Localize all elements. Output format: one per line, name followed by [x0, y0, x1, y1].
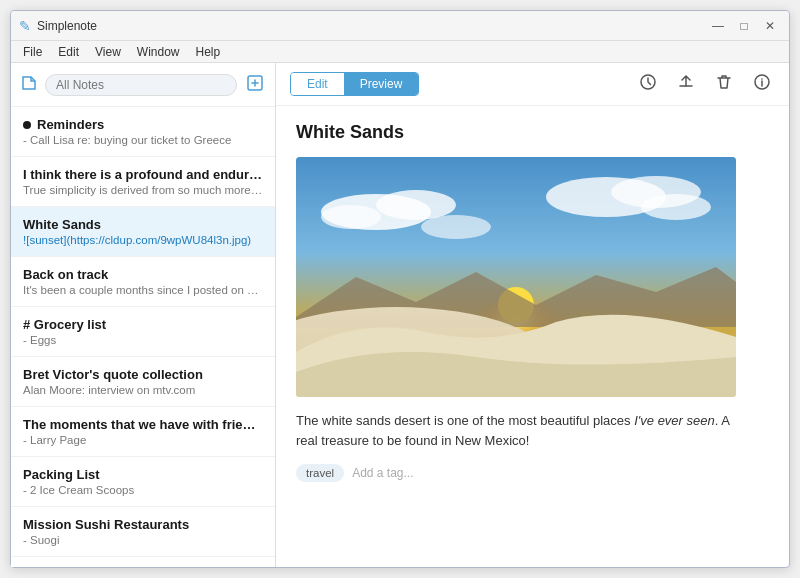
- note-item-mission-sushi[interactable]: Mission Sushi Restaurants- Suogi: [11, 507, 275, 557]
- note-preview-white-sands: ![sunset](https://cldup.com/9wpWU84l3n.j…: [23, 234, 263, 246]
- note-title-back-on-track: Back on track: [23, 267, 263, 282]
- note-preview-moments: - Larry Page: [23, 434, 263, 446]
- trash-button[interactable]: [711, 71, 737, 97]
- svg-point-9: [321, 205, 381, 229]
- content-body: White Sands: [276, 106, 789, 567]
- note-item-reminders[interactable]: Reminders- Call Lisa re: buying our tick…: [11, 107, 275, 157]
- menu-item-file[interactable]: File: [15, 43, 50, 61]
- app-window: ✎ Simplenote — □ ✕ FileEditViewWindowHel…: [10, 10, 790, 568]
- note-image: [296, 157, 736, 397]
- note-preview-mission-sushi: - Suogi: [23, 534, 263, 546]
- tags-area: travel Add a tag...: [296, 464, 769, 482]
- new-note-button[interactable]: [243, 71, 267, 98]
- edit-button[interactable]: Edit: [291, 73, 344, 95]
- menu-item-edit[interactable]: Edit: [50, 43, 87, 61]
- note-title-reminders: Reminders: [23, 117, 263, 132]
- add-tag-input[interactable]: Add a tag...: [352, 466, 413, 480]
- note-list: Reminders- Call Lisa re: buying our tick…: [11, 107, 275, 567]
- note-item-back-on-track[interactable]: Back on trackIt's been a couple months s…: [11, 257, 275, 307]
- svg-point-8: [376, 190, 456, 220]
- title-bar-left: ✎ Simplenote: [19, 18, 97, 34]
- menu-bar: FileEditViewWindowHelp: [11, 41, 789, 63]
- note-preview-profound: True simplicity is derived from so much …: [23, 184, 263, 196]
- note-title-white-sands: White Sands: [23, 217, 263, 232]
- close-button[interactable]: ✕: [759, 15, 781, 37]
- title-bar: ✎ Simplenote — □ ✕: [11, 11, 789, 41]
- share-button[interactable]: [673, 71, 699, 97]
- note-preview-back-on-track: It's been a couple months since I posted…: [23, 284, 263, 296]
- note-item-cherries[interactable]: Favorite cherries- Rainier: [11, 557, 275, 567]
- note-title-packing: Packing List: [23, 467, 263, 482]
- note-item-bret-victor[interactable]: Bret Victor's quote collectionAlan Moore…: [11, 357, 275, 407]
- content-toolbar: Edit Preview: [276, 63, 789, 106]
- note-title-grocery: # Grocery list: [23, 317, 263, 332]
- note-preview-packing: - 2 Ice Cream Scoops: [23, 484, 263, 496]
- note-bullet-icon: [23, 121, 31, 129]
- svg-point-12: [641, 194, 711, 220]
- menu-item-window[interactable]: Window: [129, 43, 188, 61]
- note-preview-bret-victor: Alan Moore: interview on mtv.com: [23, 384, 263, 396]
- note-item-grocery[interactable]: # Grocery list- Eggs: [11, 307, 275, 357]
- minimize-button[interactable]: —: [707, 15, 729, 37]
- search-box[interactable]: [45, 74, 237, 96]
- main-area: Reminders- Call Lisa re: buying our tick…: [11, 63, 789, 567]
- note-title-moments: The moments that we have with friends ..…: [23, 417, 263, 432]
- note-title-bret-victor: Bret Victor's quote collection: [23, 367, 263, 382]
- history-button[interactable]: [635, 71, 661, 97]
- svg-point-3: [761, 78, 763, 80]
- menu-item-view[interactable]: View: [87, 43, 129, 61]
- notes-icon[interactable]: [19, 73, 39, 97]
- note-title-profound: I think there is a profound and enduring: [23, 167, 263, 182]
- window-controls: — □ ✕: [707, 15, 781, 37]
- note-preview-grocery: - Eggs: [23, 334, 263, 346]
- note-description: The white sands desert is one of the mos…: [296, 411, 736, 450]
- app-title: Simplenote: [37, 19, 97, 33]
- note-title: White Sands: [296, 122, 769, 143]
- edit-preview-toggle: Edit Preview: [290, 72, 419, 96]
- app-icon: ✎: [19, 18, 31, 34]
- note-item-profound[interactable]: I think there is a profound and enduring…: [11, 157, 275, 207]
- sidebar: Reminders- Call Lisa re: buying our tick…: [11, 63, 276, 567]
- tag-travel[interactable]: travel: [296, 464, 344, 482]
- note-item-moments[interactable]: The moments that we have with friends ..…: [11, 407, 275, 457]
- info-button[interactable]: [749, 71, 775, 97]
- note-preview-reminders: - Call Lisa re: buying our ticket to Gre…: [23, 134, 263, 146]
- menu-item-help[interactable]: Help: [188, 43, 229, 61]
- note-title-mission-sushi: Mission Sushi Restaurants: [23, 517, 263, 532]
- maximize-button[interactable]: □: [733, 15, 755, 37]
- note-item-white-sands[interactable]: White Sands![sunset](https://cldup.com/9…: [11, 207, 275, 257]
- sidebar-toolbar: [11, 63, 275, 107]
- search-input[interactable]: [56, 78, 226, 92]
- note-item-packing[interactable]: Packing List- 2 Ice Cream Scoops: [11, 457, 275, 507]
- content-pane: Edit Preview: [276, 63, 789, 567]
- preview-button[interactable]: Preview: [344, 73, 419, 95]
- svg-point-13: [421, 215, 491, 239]
